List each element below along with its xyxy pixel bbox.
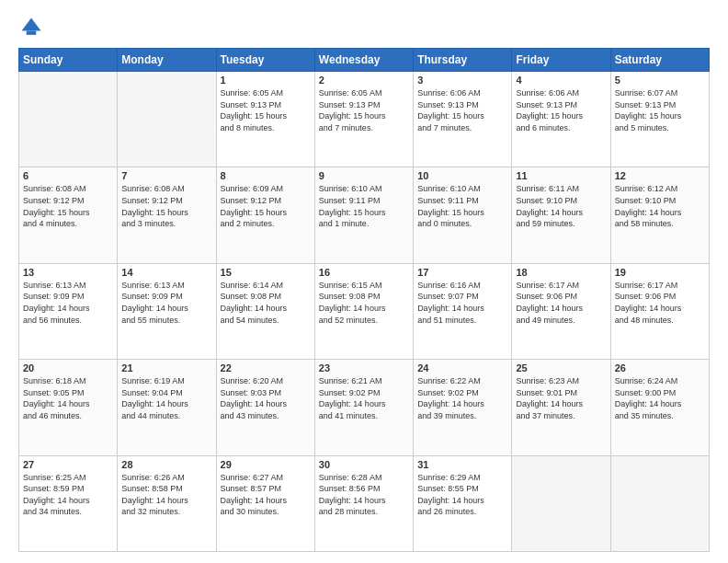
day-number: 28: [121, 459, 211, 470]
day-info: Sunrise: 6:29 AM Sunset: 8:55 PM Dayligh…: [417, 472, 507, 518]
calendar-cell: 21Sunrise: 6:19 AM Sunset: 9:04 PM Dayli…: [118, 360, 216, 455]
calendar-cell: 12Sunrise: 6:12 AM Sunset: 9:10 PM Dayli…: [610, 167, 709, 263]
day-number: 2: [319, 75, 409, 86]
day-info: Sunrise: 6:12 AM Sunset: 9:10 PM Dayligh…: [615, 183, 705, 229]
calendar-cell: 11Sunrise: 6:11 AM Sunset: 9:10 PM Dayli…: [512, 167, 610, 263]
calendar-week-row: 27Sunrise: 6:25 AM Sunset: 8:59 PM Dayli…: [19, 455, 710, 551]
day-info: Sunrise: 6:17 AM Sunset: 9:06 PM Dayligh…: [615, 280, 705, 326]
calendar-week-row: 6Sunrise: 6:08 AM Sunset: 9:12 PM Daylig…: [19, 167, 710, 263]
day-info: Sunrise: 6:18 AM Sunset: 9:05 PM Dayligh…: [23, 375, 113, 421]
calendar-cell: 4Sunrise: 6:06 AM Sunset: 9:13 PM Daylig…: [512, 72, 610, 167]
calendar-cell: 27Sunrise: 6:25 AM Sunset: 8:59 PM Dayli…: [19, 455, 118, 551]
day-number: 9: [319, 170, 409, 181]
calendar-cell: 22Sunrise: 6:20 AM Sunset: 9:03 PM Dayli…: [216, 360, 314, 455]
day-info: Sunrise: 6:05 AM Sunset: 9:13 PM Dayligh…: [319, 87, 409, 133]
day-info: Sunrise: 6:24 AM Sunset: 9:00 PM Dayligh…: [615, 375, 705, 421]
calendar-cell: 16Sunrise: 6:15 AM Sunset: 9:08 PM Dayli…: [314, 263, 413, 359]
calendar-cell: 9Sunrise: 6:10 AM Sunset: 9:11 PM Daylig…: [314, 167, 413, 263]
day-info: Sunrise: 6:23 AM Sunset: 9:01 PM Dayligh…: [516, 375, 606, 421]
day-number: 11: [516, 170, 606, 181]
calendar-body: 1Sunrise: 6:05 AM Sunset: 9:13 PM Daylig…: [19, 72, 710, 552]
calendar-cell: 25Sunrise: 6:23 AM Sunset: 9:01 PM Dayli…: [512, 360, 610, 455]
header: [18, 15, 710, 40]
day-number: 6: [23, 170, 113, 181]
day-info: Sunrise: 6:13 AM Sunset: 9:09 PM Dayligh…: [121, 280, 211, 326]
day-number: 19: [615, 267, 705, 278]
day-number: 24: [417, 362, 507, 373]
calendar-cell: 13Sunrise: 6:13 AM Sunset: 9:09 PM Dayli…: [19, 263, 118, 359]
day-number: 29: [221, 459, 311, 470]
calendar-cell: 2Sunrise: 6:05 AM Sunset: 9:13 PM Daylig…: [314, 72, 413, 167]
calendar-cell: 29Sunrise: 6:27 AM Sunset: 8:57 PM Dayli…: [216, 455, 314, 551]
day-info: Sunrise: 6:08 AM Sunset: 9:12 PM Dayligh…: [121, 183, 211, 229]
day-number: 12: [615, 170, 705, 181]
day-number: 21: [121, 362, 211, 373]
calendar-cell: 7Sunrise: 6:08 AM Sunset: 9:12 PM Daylig…: [118, 167, 216, 263]
day-info: Sunrise: 6:06 AM Sunset: 9:13 PM Dayligh…: [417, 87, 507, 133]
calendar-header-row: SundayMondayTuesdayWednesdayThursdayFrid…: [19, 49, 710, 72]
day-info: Sunrise: 6:17 AM Sunset: 9:06 PM Dayligh…: [516, 280, 606, 326]
day-info: Sunrise: 6:20 AM Sunset: 9:03 PM Dayligh…: [221, 375, 311, 421]
calendar-cell: 14Sunrise: 6:13 AM Sunset: 9:09 PM Dayli…: [118, 263, 216, 359]
calendar-week-row: 13Sunrise: 6:13 AM Sunset: 9:09 PM Dayli…: [19, 263, 710, 359]
weekday-header: Sunday: [19, 49, 118, 72]
calendar-cell: 30Sunrise: 6:28 AM Sunset: 8:56 PM Dayli…: [314, 455, 413, 551]
weekday-header: Wednesday: [314, 49, 413, 72]
weekday-header: Monday: [118, 49, 216, 72]
calendar-cell: 3Sunrise: 6:06 AM Sunset: 9:13 PM Daylig…: [414, 72, 512, 167]
calendar-cell: 15Sunrise: 6:14 AM Sunset: 9:08 PM Dayli…: [216, 263, 314, 359]
calendar-cell: 5Sunrise: 6:07 AM Sunset: 9:13 PM Daylig…: [610, 72, 709, 167]
calendar-cell: 26Sunrise: 6:24 AM Sunset: 9:00 PM Dayli…: [610, 360, 709, 455]
day-info: Sunrise: 6:27 AM Sunset: 8:57 PM Dayligh…: [221, 472, 311, 518]
calendar-cell: 23Sunrise: 6:21 AM Sunset: 9:02 PM Dayli…: [314, 360, 413, 455]
day-info: Sunrise: 6:16 AM Sunset: 9:07 PM Dayligh…: [417, 280, 507, 326]
day-info: Sunrise: 6:26 AM Sunset: 8:58 PM Dayligh…: [121, 472, 211, 518]
logo-icon: [18, 15, 44, 40]
calendar-cell: 28Sunrise: 6:26 AM Sunset: 8:58 PM Dayli…: [118, 455, 216, 551]
day-number: 8: [221, 170, 311, 181]
day-number: 26: [615, 362, 705, 373]
calendar-cell: 10Sunrise: 6:10 AM Sunset: 9:11 PM Dayli…: [414, 167, 512, 263]
day-info: Sunrise: 6:22 AM Sunset: 9:02 PM Dayligh…: [417, 375, 507, 421]
day-number: 23: [319, 362, 409, 373]
day-number: 25: [516, 362, 606, 373]
weekday-header: Saturday: [610, 49, 709, 72]
day-info: Sunrise: 6:13 AM Sunset: 9:09 PM Dayligh…: [23, 280, 113, 326]
calendar-cell: [19, 72, 118, 167]
svg-rect-1: [27, 31, 37, 35]
day-info: Sunrise: 6:09 AM Sunset: 9:12 PM Dayligh…: [221, 183, 311, 229]
day-info: Sunrise: 6:14 AM Sunset: 9:08 PM Dayligh…: [221, 280, 311, 326]
day-number: 7: [121, 170, 211, 181]
day-info: Sunrise: 6:11 AM Sunset: 9:10 PM Dayligh…: [516, 183, 606, 229]
calendar-cell: 20Sunrise: 6:18 AM Sunset: 9:05 PM Dayli…: [19, 360, 118, 455]
day-number: 1: [221, 75, 311, 86]
weekday-header: Thursday: [414, 49, 512, 72]
calendar-cell: 1Sunrise: 6:05 AM Sunset: 9:13 PM Daylig…: [216, 72, 314, 167]
day-number: 22: [221, 362, 311, 373]
calendar-cell: 31Sunrise: 6:29 AM Sunset: 8:55 PM Dayli…: [414, 455, 512, 551]
calendar-cell: [512, 455, 610, 551]
day-info: Sunrise: 6:19 AM Sunset: 9:04 PM Dayligh…: [121, 375, 211, 421]
weekday-header: Tuesday: [216, 49, 314, 72]
day-info: Sunrise: 6:15 AM Sunset: 9:08 PM Dayligh…: [319, 280, 409, 326]
day-number: 13: [23, 267, 113, 278]
calendar-cell: 17Sunrise: 6:16 AM Sunset: 9:07 PM Dayli…: [414, 263, 512, 359]
day-number: 30: [319, 459, 409, 470]
day-number: 17: [417, 267, 507, 278]
day-number: 31: [417, 459, 507, 470]
logo: [18, 15, 48, 40]
day-info: Sunrise: 6:06 AM Sunset: 9:13 PM Dayligh…: [516, 87, 606, 133]
day-info: Sunrise: 6:21 AM Sunset: 9:02 PM Dayligh…: [319, 375, 409, 421]
day-number: 18: [516, 267, 606, 278]
day-number: 4: [516, 75, 606, 86]
day-number: 14: [121, 267, 211, 278]
day-number: 3: [417, 75, 507, 86]
calendar-cell: [610, 455, 709, 551]
day-info: Sunrise: 6:10 AM Sunset: 9:11 PM Dayligh…: [319, 183, 409, 229]
calendar-cell: 6Sunrise: 6:08 AM Sunset: 9:12 PM Daylig…: [19, 167, 118, 263]
calendar-table: SundayMondayTuesdayWednesdayThursdayFrid…: [18, 48, 710, 552]
day-info: Sunrise: 6:08 AM Sunset: 9:12 PM Dayligh…: [23, 183, 113, 229]
calendar-cell: 8Sunrise: 6:09 AM Sunset: 9:12 PM Daylig…: [216, 167, 314, 263]
page: SundayMondayTuesdayWednesdayThursdayFrid…: [0, 0, 728, 563]
svg-marker-0: [22, 18, 41, 31]
